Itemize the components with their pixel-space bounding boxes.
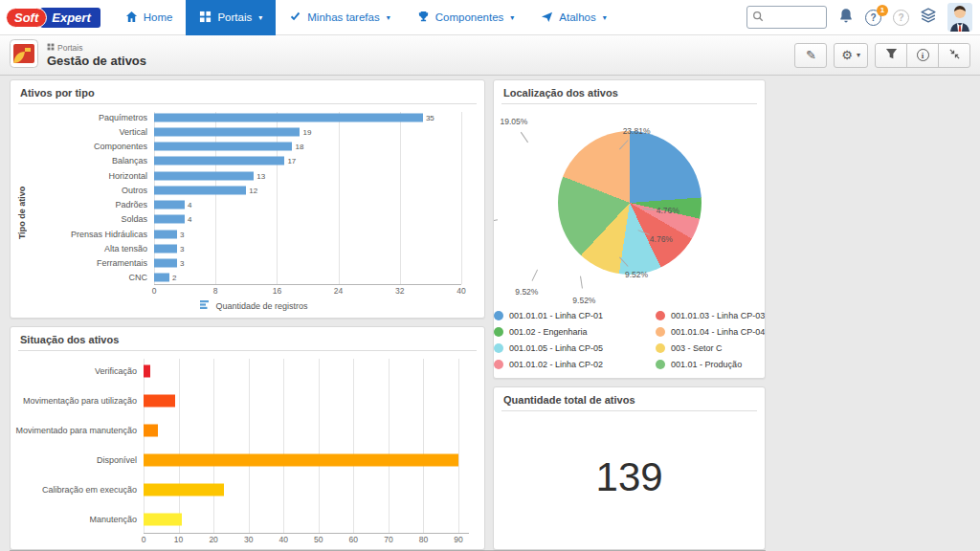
notifications-button[interactable] (838, 8, 854, 27)
grid-icon (199, 11, 212, 25)
hrow: Balanças17 (30, 154, 479, 168)
modules-button[interactable] (921, 8, 936, 27)
axis-tick: 20 (209, 535, 217, 544)
tab-tarefas[interactable]: Tarefas (263, 82, 328, 106)
bar (154, 143, 292, 151)
nav-item-label: Home (144, 11, 173, 23)
legend-label: 001.01.02 - Linha CP-02 (509, 360, 603, 369)
search-box[interactable] (746, 6, 827, 29)
bar (154, 157, 284, 165)
title-block: Portais Gestão de ativos (47, 43, 146, 68)
legend-item: 001.02 - Engenharia (494, 327, 603, 337)
edit-button[interactable]: ✎ (794, 43, 827, 68)
hrow: Padrões4 (30, 198, 479, 212)
bar (154, 274, 169, 282)
support-button[interactable]: ? (893, 10, 909, 26)
cat: Verificação (14, 366, 144, 376)
pie-slice-label: 9.52% (572, 296, 595, 305)
pie-slice-label: 9.52% (625, 270, 648, 279)
axis-tick: 70 (384, 535, 392, 544)
bar (154, 113, 423, 121)
help-button[interactable]: ? 1 (865, 10, 881, 26)
cat: Prensas Hidráulicas (30, 230, 154, 239)
cat: CNC (30, 273, 154, 282)
cat: Movimentado para manutenção (14, 426, 144, 435)
gridline (215, 112, 216, 284)
legend-item: 003 - Setor C (656, 343, 765, 353)
portal-app-icon (10, 39, 38, 72)
cat: Manutenção (14, 515, 144, 524)
hrow: Alta tensão3 (30, 241, 479, 255)
pie-slice-label: 4.76% (657, 206, 679, 215)
top-nav: SoftExpert Home Portais ▾ Minhas tarefas… (0, 0, 980, 35)
pie-line (521, 132, 528, 143)
cat: Horizontal (30, 171, 154, 181)
panel-situacao-dos-ativos: Situação dos ativos VerificaçãoMovimenta… (10, 326, 485, 550)
hrow: Movimentado para manutenção (14, 416, 479, 446)
nav-item-componentes[interactable]: Componentes ▾ (404, 0, 528, 35)
nav-item-atalhos[interactable]: Atalhos ▾ (527, 0, 619, 35)
legend-label: 001.01.01 - Linha CP-01 (509, 311, 603, 320)
right-column: Localização dos ativos 23.81%4.76%4.76%9… (493, 79, 766, 550)
chart-legend-label: Quantidade de registros (215, 301, 307, 311)
pie-line (580, 276, 583, 289)
cat: Alta tensão (30, 244, 154, 253)
track: 12 (154, 183, 461, 197)
bar (154, 259, 177, 268)
grid (154, 112, 461, 285)
panel-title: Situação dos ativos (18, 327, 477, 351)
softexpert-logo[interactable]: SoftExpert (6, 8, 100, 28)
pie-line (637, 230, 649, 235)
legend-dot (656, 311, 665, 320)
bar-value-label: 12 (249, 186, 257, 194)
nav-item-label: Portais (217, 11, 252, 23)
axis-tick: 0 (142, 535, 146, 544)
nav-item-minhas-tarefas[interactable]: Minhas tarefas ▾ (276, 0, 403, 35)
nav-item-portais[interactable]: Portais ▾ (186, 0, 276, 35)
bar (154, 230, 177, 238)
gridline (458, 359, 459, 533)
pie-slice-label: 23.81% (623, 126, 651, 136)
legend-item: 001.01.05 - Linha CP-05 (494, 343, 603, 353)
cat: Disponível (14, 455, 144, 465)
legend-item: 001.01 - Produção (656, 360, 765, 369)
legend-dot (656, 343, 665, 353)
tab-custos[interactable]: Custos (90, 82, 153, 106)
hrow: Disponível (14, 445, 479, 474)
nav-item-home[interactable]: Home (112, 0, 187, 35)
total-assets-value: 139 (494, 411, 765, 549)
info-button[interactable]: i (906, 43, 939, 68)
settings-button[interactable]: ⚙▾ (834, 43, 868, 68)
page-header: Portais Gestão de ativos ✎ ⚙▾ i (0, 35, 980, 76)
bar-value-label: 3 (180, 244, 184, 253)
hrow: Horizontal13 (30, 168, 479, 183)
bar (154, 244, 177, 253)
collapse-button[interactable] (938, 43, 970, 68)
pie-slice-label: 4.76% (650, 234, 673, 244)
tab-ativos[interactable]: Ativos (24, 82, 87, 106)
axis-tick: 90 (454, 535, 462, 544)
track: 3 (154, 241, 461, 255)
avatar-image (947, 3, 972, 32)
bar (154, 127, 300, 136)
legend-label: 001.01.04 - Linha CP-04 (671, 327, 765, 337)
bar (154, 201, 185, 209)
hrow: Movimentação para utilização (14, 386, 479, 416)
tab-movimentacoes[interactable]: Movimentações (156, 82, 260, 106)
hrow: Paquímetros35 (30, 110, 479, 124)
search-input[interactable] (764, 11, 821, 23)
chevron-down-icon: ▾ (603, 13, 607, 22)
legend-label: 003 - Setor C (671, 343, 723, 353)
legend-dot (494, 360, 503, 369)
pie-line (493, 219, 498, 223)
user-avatar[interactable] (947, 3, 972, 32)
cat: Vertical (30, 127, 154, 137)
filter-button[interactable] (875, 43, 907, 68)
bar (144, 513, 182, 525)
hrow: Outros12 (30, 183, 479, 197)
legend-dot (656, 327, 665, 337)
hrow: Ferramentais3 (30, 256, 479, 271)
pie-line (619, 257, 629, 267)
grid (144, 359, 469, 534)
hrow: Calibração em execução (14, 474, 479, 504)
